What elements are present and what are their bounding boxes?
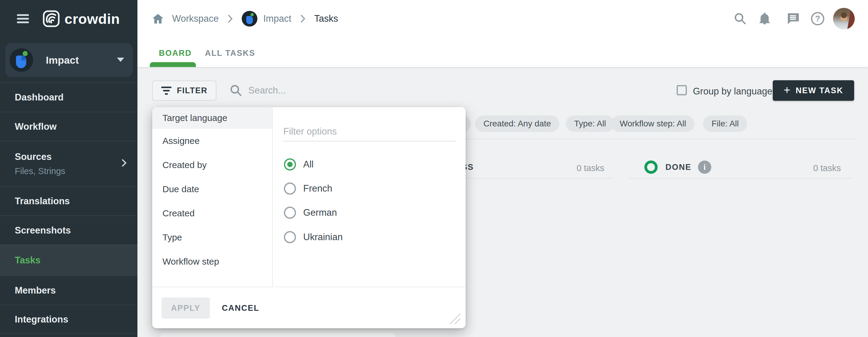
sidebar-item-screenshots[interactable]: Screenshots	[0, 216, 137, 245]
new-task-button[interactable]: + NEW TASK	[773, 80, 854, 101]
filter-category-assignee[interactable]: Assignee	[152, 129, 272, 153]
column-count: 0 tasks	[577, 163, 604, 173]
sidebar-item-dashboard[interactable]: Dashboard	[0, 82, 137, 112]
breadcrumb-workspace[interactable]: Workspace	[172, 13, 219, 24]
crowdin-logo-icon	[43, 10, 60, 27]
breadcrumb-project[interactable]: Impact	[264, 13, 291, 24]
breadcrumb-project-avatar	[242, 11, 257, 27]
breadcrumb: Workspace Impact Tasks	[152, 10, 338, 27]
resize-handle[interactable]	[447, 311, 461, 325]
sidebar-header: crowdin	[0, 0, 137, 38]
sidebar-item-translations[interactable]: Translations	[0, 186, 137, 216]
sidebar-nav: Dashboard Workflow Sources Files, String…	[0, 82, 137, 334]
sidebar-item-workflow[interactable]: Workflow	[0, 112, 137, 141]
peeking-card	[160, 333, 396, 337]
chip-created[interactable]: Created: Any date	[475, 116, 559, 132]
notifications-bell-icon[interactable]	[758, 12, 771, 25]
filter-dropdown-footer: APPLY CANCEL	[152, 287, 466, 328]
chevron-right-icon	[228, 15, 233, 23]
chip-type[interactable]: Type: All	[566, 116, 615, 132]
project-selector[interactable]: Impact	[5, 43, 133, 77]
messages-icon[interactable]	[786, 12, 800, 25]
home-icon[interactable]	[152, 13, 164, 24]
radio-option-french[interactable]: French	[284, 182, 332, 195]
sidebar-item-integrations[interactable]: Integrations	[0, 305, 137, 334]
plus-icon: +	[784, 84, 790, 96]
radio-icon	[284, 182, 296, 195]
filter-category-created-by[interactable]: Created by	[152, 153, 272, 177]
filter-category-target-language[interactable]: Target language	[152, 107, 272, 129]
project-status-dot	[23, 51, 28, 56]
filter-dropdown: Target language Assignee Created by Due …	[152, 107, 466, 328]
tab-board[interactable]: BOARD	[159, 49, 192, 58]
filter-options-panel: All French German Ukrainian	[273, 107, 466, 287]
filter-category-due-date[interactable]: Due date	[152, 177, 272, 201]
apply-button[interactable]: APPLY	[161, 298, 210, 318]
search-icon[interactable]	[734, 12, 747, 25]
radio-icon	[284, 231, 296, 243]
project-name: Impact	[46, 54, 79, 66]
sidebar-item-sources[interactable]: Sources Files, Strings	[0, 141, 137, 186]
top-header: Workspace Impact Tasks ? BOARD	[137, 0, 868, 67]
project-avatar	[10, 48, 33, 72]
sidebar-item-tasks[interactable]: Tasks	[0, 245, 137, 276]
menu-icon[interactable]	[17, 14, 29, 23]
filter-icon	[161, 87, 172, 95]
column-count: 0 tasks	[813, 163, 841, 173]
column-divider	[629, 178, 851, 178]
help-icon[interactable]: ?	[811, 12, 824, 25]
sidebar: crowdin Impact Dashboard Workflow Source…	[0, 0, 137, 337]
chip-file[interactable]: File: All	[703, 116, 747, 132]
chip-workflow-step[interactable]: Workflow step: All	[611, 116, 694, 132]
radio-option-all[interactable]: All	[284, 159, 313, 170]
chevron-right-icon	[301, 15, 305, 23]
filter-category-type[interactable]: Type	[152, 225, 272, 250]
chevron-down-icon	[117, 58, 124, 62]
tab-all-tasks[interactable]: ALL TASKS	[205, 49, 255, 58]
info-icon[interactable]: i	[698, 161, 711, 174]
tasks-search-input[interactable]	[248, 81, 417, 101]
group-by-language-label: Group by language	[693, 86, 772, 97]
sources-sublabel: Files, Strings	[15, 166, 137, 176]
column-title-done: DONE	[665, 163, 691, 172]
crowdin-wordmark: crowdin	[64, 10, 120, 27]
done-status-ring-icon	[644, 161, 658, 174]
filter-category-list: Target language Assignee Created by Due …	[152, 107, 273, 287]
sidebar-item-members[interactable]: Members	[0, 276, 137, 305]
filter-button[interactable]: FILTER	[152, 81, 216, 101]
radio-option-ukrainian[interactable]: Ukrainian	[284, 231, 343, 243]
search-icon	[229, 84, 243, 97]
crowdin-logo[interactable]: crowdin	[43, 10, 120, 27]
radio-icon	[284, 207, 296, 219]
radio-selected-icon	[284, 159, 296, 170]
cancel-button[interactable]: CANCEL	[222, 298, 259, 318]
crowdin-app: crowdin Impact Dashboard Workflow Source…	[0, 0, 868, 337]
radio-option-german[interactable]: German	[284, 207, 337, 219]
user-avatar[interactable]	[833, 8, 855, 30]
active-tab-indicator	[150, 62, 196, 67]
breadcrumb-current: Tasks	[314, 13, 338, 24]
filter-category-workflow-step[interactable]: Workflow step	[152, 250, 272, 274]
filter-category-created[interactable]: Created	[152, 201, 272, 225]
group-by-language-checkbox[interactable]	[677, 85, 687, 95]
filter-options-search-input[interactable]	[283, 122, 457, 141]
